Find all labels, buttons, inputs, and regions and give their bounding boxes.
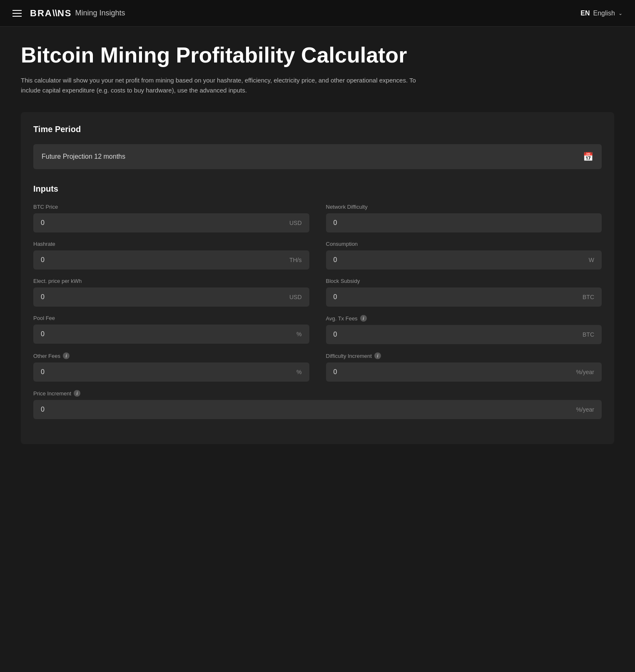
input-field[interactable]: 0%/year xyxy=(326,362,602,382)
input-unit: BTC xyxy=(583,294,594,300)
input-value: 0 xyxy=(334,256,337,264)
input-label: Consumption xyxy=(326,241,602,247)
input-unit: TH/s xyxy=(289,257,302,263)
inputs-grid: BTC Price0USDNetwork Difficulty0Hashrate… xyxy=(33,204,602,427)
calendar-icon: 📅 xyxy=(583,152,593,162)
time-period-section: Time Period Future Projection 12 months … xyxy=(33,125,602,169)
calculator-card: Time Period Future Projection 12 months … xyxy=(21,112,614,444)
input-field[interactable]: 0USD xyxy=(33,287,309,307)
info-icon[interactable]: i xyxy=(374,352,381,359)
input-unit: %/year xyxy=(576,406,594,413)
input-group-network-difficulty: Network Difficulty0 xyxy=(326,204,602,232)
brand-logo-text: BRA\\NS xyxy=(30,8,72,19)
input-value: 0 xyxy=(41,406,45,413)
input-label: Price Incrementi xyxy=(33,390,602,397)
input-label: Block Subsidy xyxy=(326,278,602,284)
info-icon[interactable]: i xyxy=(360,315,367,322)
input-label: Difficulty Incrementi xyxy=(326,352,602,359)
page-title: Bitcoin Mining Profitability Calculator xyxy=(21,43,614,67)
hamburger-menu-button[interactable] xyxy=(12,10,22,17)
input-group-hashrate: Hashrate0TH/s xyxy=(33,241,309,270)
inputs-title: Inputs xyxy=(33,184,602,194)
input-group-pool-fee: Pool Fee0% xyxy=(33,315,309,344)
input-field[interactable]: 0%/year xyxy=(33,400,602,419)
input-value: 0 xyxy=(334,293,337,301)
info-icon[interactable]: i xyxy=(74,390,80,397)
input-unit: USD xyxy=(289,294,302,300)
input-field[interactable]: 0BTC xyxy=(326,287,602,307)
input-unit: % xyxy=(296,331,301,337)
chevron-down-icon: ⌄ xyxy=(618,10,623,16)
input-unit: USD xyxy=(289,220,302,226)
input-field[interactable]: 0BTC xyxy=(326,325,602,344)
input-field[interactable]: 0W xyxy=(326,250,602,270)
brand-name-text: Mining Insights xyxy=(75,9,125,17)
input-group-price-increment: Price Incrementi0%/year xyxy=(33,390,602,419)
input-label: Elect. price per kWh xyxy=(33,278,309,284)
time-period-field[interactable]: Future Projection 12 months 📅 xyxy=(33,144,602,169)
input-value: 0 xyxy=(41,293,45,301)
input-label: BTC Price xyxy=(33,204,309,210)
input-group-avg-tx-fees: Avg. Tx Feesi0BTC xyxy=(326,315,602,344)
input-group-difficulty-increment: Difficulty Incrementi0%/year xyxy=(326,352,602,382)
input-value: 0 xyxy=(41,330,45,338)
navbar-left: BRA\\NS Mining Insights xyxy=(12,8,125,19)
input-group-consumption: Consumption0W xyxy=(326,241,602,270)
input-label: Pool Fee xyxy=(33,315,309,321)
navbar: BRA\\NS Mining Insights EN English ⌄ xyxy=(0,0,635,27)
input-unit: W xyxy=(589,257,594,263)
input-value: 0 xyxy=(41,219,45,227)
input-value: 0 xyxy=(334,368,337,376)
input-unit: %/year xyxy=(576,369,594,375)
input-unit: % xyxy=(296,369,301,375)
input-field[interactable]: 0% xyxy=(33,362,309,382)
input-unit: BTC xyxy=(583,331,594,338)
input-group-btc-price: BTC Price0USD xyxy=(33,204,309,232)
input-group-block-subsidy: Block Subsidy0BTC xyxy=(326,278,602,307)
info-icon[interactable]: i xyxy=(63,352,70,359)
input-group-other-fees: Other Feesi0% xyxy=(33,352,309,382)
input-value: 0 xyxy=(41,256,45,264)
input-group-elect-price-per-kwh: Elect. price per kWh0USD xyxy=(33,278,309,307)
input-label: Network Difficulty xyxy=(326,204,602,210)
input-field[interactable]: 0USD xyxy=(33,213,309,232)
language-label: English xyxy=(593,10,615,17)
language-code: EN xyxy=(580,10,590,17)
brand-logo: BRA\\NS Mining Insights xyxy=(30,8,125,19)
input-field[interactable]: 0% xyxy=(33,325,309,344)
language-selector[interactable]: EN English ⌄ xyxy=(580,10,623,17)
time-period-title: Time Period xyxy=(33,125,602,134)
input-value: 0 xyxy=(334,219,337,227)
inputs-section: Inputs BTC Price0USDNetwork Difficulty0H… xyxy=(33,184,602,427)
input-value: 0 xyxy=(334,331,337,338)
input-label: Other Feesi xyxy=(33,352,309,359)
time-period-value: Future Projection 12 months xyxy=(42,153,125,160)
input-field[interactable]: 0 xyxy=(326,213,602,232)
main-content: Bitcoin Mining Profitability Calculator … xyxy=(0,27,635,461)
page-description: This calculator will show you your net p… xyxy=(21,75,429,95)
input-label: Avg. Tx Feesi xyxy=(326,315,602,322)
input-value: 0 xyxy=(41,368,45,376)
input-label: Hashrate xyxy=(33,241,309,247)
input-field[interactable]: 0TH/s xyxy=(33,250,309,270)
